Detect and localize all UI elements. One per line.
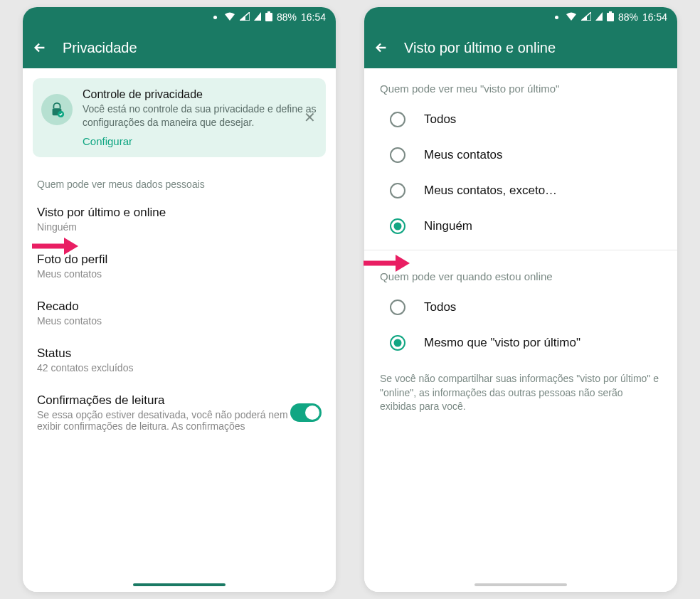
wifi-icon: [566, 11, 577, 23]
radio-label: Meus contatos, exceto…: [424, 184, 557, 198]
app-header: Visto por último e online: [364, 27, 677, 68]
radio-label: Mesmo que "visto por último": [424, 336, 580, 350]
cell-icon: [595, 11, 603, 23]
setting-title: Confirmações de leitura: [37, 393, 290, 408]
radio-label: Todos: [424, 112, 456, 127]
radio-contacts-except[interactable]: Meus contatos, exceto…: [364, 173, 677, 208]
banner-title: Controle de privacidade: [83, 88, 317, 101]
status-dot-icon: [555, 16, 558, 19]
nav-handle[interactable]: [474, 583, 567, 586]
setting-title: Foto do perfil: [37, 253, 322, 267]
banner-configure-link[interactable]: Configurar: [83, 135, 317, 147]
setting-read-receipts[interactable]: Confirmações de leitura Se essa opção es…: [23, 383, 336, 442]
section-online-label: Quem pode ver quando estou online: [364, 263, 677, 290]
phone-screen-privacy: 88% 16:54 Privacidade: [23, 7, 336, 592]
read-receipts-toggle[interactable]: [290, 403, 322, 422]
radio-online-same-as-last-seen[interactable]: Mesmo que "visto por último": [364, 325, 677, 361]
radio-icon-selected: [390, 218, 405, 234]
radio-label: Meus contatos: [424, 148, 503, 162]
back-button[interactable]: [373, 39, 390, 56]
setting-sub: Meus contatos: [37, 268, 322, 280]
setting-last-seen-online[interactable]: Visto por último e online Ninguém: [23, 196, 336, 243]
back-button[interactable]: [31, 39, 48, 56]
divider: [364, 250, 677, 250]
svg-rect-9: [609, 11, 612, 13]
status-dot-icon: [213, 16, 217, 19]
setting-sub: 42 contatos excluídos: [37, 362, 322, 373]
radio-icon-selected: [390, 335, 405, 351]
phone-screen-last-seen: 88% 16:54 Visto por último e online Quem…: [364, 7, 677, 592]
svg-rect-8: [607, 13, 614, 21]
radio-online-everyone[interactable]: Todos: [364, 290, 677, 325]
radio-icon: [390, 300, 405, 315]
radio-nobody[interactable]: Ninguém: [364, 208, 677, 244]
setting-title: Visto por último e online: [37, 206, 322, 220]
status-bar: 88% 16:54: [364, 7, 677, 27]
battery-percent: 88%: [618, 11, 638, 23]
svg-rect-3: [267, 11, 270, 13]
radio-everyone[interactable]: Todos: [364, 102, 677, 137]
radio-icon: [390, 183, 405, 198]
privacy-content: Controle de privacidade Você está no con…: [23, 68, 336, 592]
close-icon[interactable]: ✕: [301, 106, 319, 129]
section-personal-data-label: Quem pode ver meus dados pessoais: [23, 167, 336, 196]
battery-icon: [265, 11, 272, 23]
info-text: Se você não compartilhar suas informaçõe…: [364, 361, 677, 425]
battery-percent: 88%: [277, 11, 297, 23]
setting-sub: Se essa opção estiver desativada, você n…: [37, 409, 290, 432]
setting-title: Status: [37, 346, 322, 361]
setting-status[interactable]: Status 42 contatos excluídos: [23, 336, 336, 383]
radio-icon: [390, 147, 405, 163]
setting-sub: Ninguém: [37, 221, 322, 233]
header-title: Privacidade: [63, 40, 137, 56]
setting-profile-photo[interactable]: Foto do perfil Meus contatos: [23, 243, 336, 290]
last-seen-content: Quem pode ver meu "visto por último" Tod…: [364, 68, 677, 592]
nav-handle[interactable]: [133, 583, 226, 586]
lock-check-icon: [41, 94, 73, 125]
radio-label: Ninguém: [424, 219, 472, 233]
wifi-icon: [224, 11, 235, 23]
status-bar: 88% 16:54: [23, 7, 336, 27]
radio-label: Todos: [424, 300, 456, 314]
status-time: 16:54: [301, 11, 326, 23]
setting-title: Recado: [37, 300, 322, 314]
section-last-seen-label: Quem pode ver meu "visto por último": [364, 75, 677, 102]
signal-icon: [581, 11, 591, 23]
status-time: 16:54: [642, 11, 667, 23]
banner-text: Você está no controle da sua privacidade…: [83, 102, 317, 129]
svg-rect-2: [265, 13, 272, 21]
radio-icon: [390, 112, 405, 127]
setting-sub: Meus contatos: [37, 315, 322, 327]
setting-about[interactable]: Recado Meus contatos: [23, 290, 336, 336]
cell-icon: [254, 11, 261, 23]
battery-icon: [607, 11, 614, 23]
signal-icon: [240, 11, 250, 23]
header-title: Visto por último e online: [404, 40, 556, 56]
privacy-banner: Controle de privacidade Você está no con…: [33, 78, 326, 157]
app-header: Privacidade: [23, 27, 336, 68]
radio-my-contacts[interactable]: Meus contatos: [364, 137, 677, 173]
